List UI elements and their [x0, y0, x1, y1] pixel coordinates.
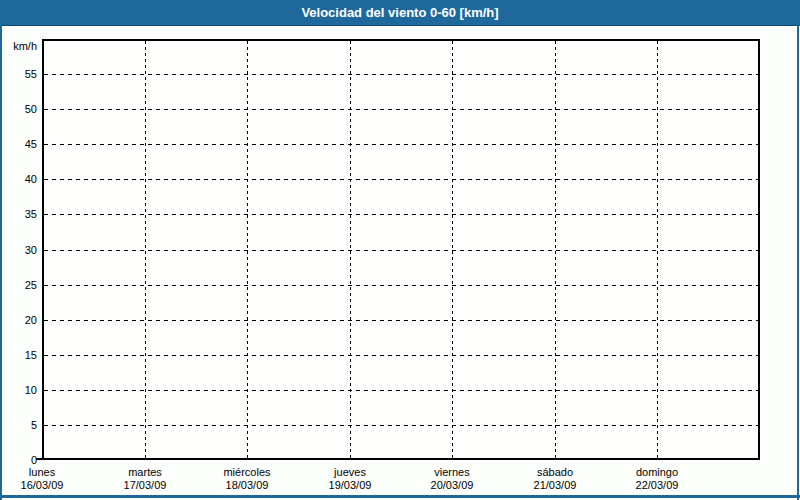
y-tick-label: 40	[0, 172, 37, 186]
vertical-gridline	[247, 41, 248, 458]
x-tick-date: 19/03/09	[302, 479, 398, 492]
x-tick-day: martes	[97, 466, 193, 479]
x-tick-label: miércoles18/03/09	[199, 466, 295, 492]
x-tick-label: sábado21/03/09	[507, 466, 603, 492]
x-tick-day: domingo	[609, 466, 705, 479]
y-tick-label: 35	[0, 207, 37, 221]
x-tick-label: viernes20/03/09	[404, 466, 500, 492]
x-tick-date: 18/03/09	[199, 479, 295, 492]
x-tick-day: sábado	[507, 466, 603, 479]
x-tick-date: 20/03/09	[404, 479, 500, 492]
x-tick-label: lunes16/03/09	[0, 466, 90, 492]
y-tick-label: 50	[0, 102, 37, 116]
y-tick-label: 55	[0, 67, 37, 81]
vertical-gridline	[555, 41, 556, 458]
x-tick-date: 22/03/09	[609, 479, 705, 492]
horizontal-gridline	[44, 355, 758, 356]
horizontal-gridline	[44, 390, 758, 391]
horizontal-gridline	[44, 425, 758, 426]
horizontal-gridline	[44, 320, 758, 321]
y-tick-label: 10	[0, 383, 37, 397]
y-tick-label: 25	[0, 278, 37, 292]
y-axis-unit-label: km/h	[0, 39, 37, 53]
x-tick-label: jueves19/03/09	[302, 466, 398, 492]
y-tick-label: 45	[0, 137, 37, 151]
x-tick-day: lunes	[0, 466, 90, 479]
x-tick-label: martes17/03/09	[97, 466, 193, 492]
y-tick-label: 20	[0, 313, 37, 327]
chart-window: Velocidad del viento 0-60 [km/h] km/h 05…	[0, 0, 800, 500]
vertical-gridline	[145, 41, 146, 458]
x-tick-date: 21/03/09	[507, 479, 603, 492]
x-tick-label: domingo22/03/09	[609, 466, 705, 492]
x-tick-day: viernes	[404, 466, 500, 479]
x-tick-day: miércoles	[199, 466, 295, 479]
chart-layer: km/h 0510152025303540455055lunes16/03/09…	[0, 0, 800, 500]
horizontal-gridline	[44, 214, 758, 215]
vertical-gridline	[350, 41, 351, 458]
y-tick-label: 15	[0, 348, 37, 362]
vertical-gridline	[452, 41, 453, 458]
frame-border-left	[0, 0, 2, 500]
horizontal-gridline	[44, 144, 758, 145]
y-tick-label: 0	[0, 453, 37, 467]
horizontal-gridline	[44, 250, 758, 251]
horizontal-gridline	[44, 74, 758, 75]
frame-border-bottom	[0, 495, 800, 498]
horizontal-gridline	[44, 179, 758, 180]
vertical-gridline	[657, 41, 658, 458]
x-tick-date: 17/03/09	[97, 479, 193, 492]
x-tick-day: jueves	[302, 466, 398, 479]
y-tick-label: 30	[0, 243, 37, 257]
y-tick-label: 5	[0, 418, 37, 432]
x-tick-date: 16/03/09	[0, 479, 90, 492]
frame-border-right	[797, 0, 799, 500]
horizontal-gridline	[44, 109, 758, 110]
horizontal-gridline	[44, 285, 758, 286]
